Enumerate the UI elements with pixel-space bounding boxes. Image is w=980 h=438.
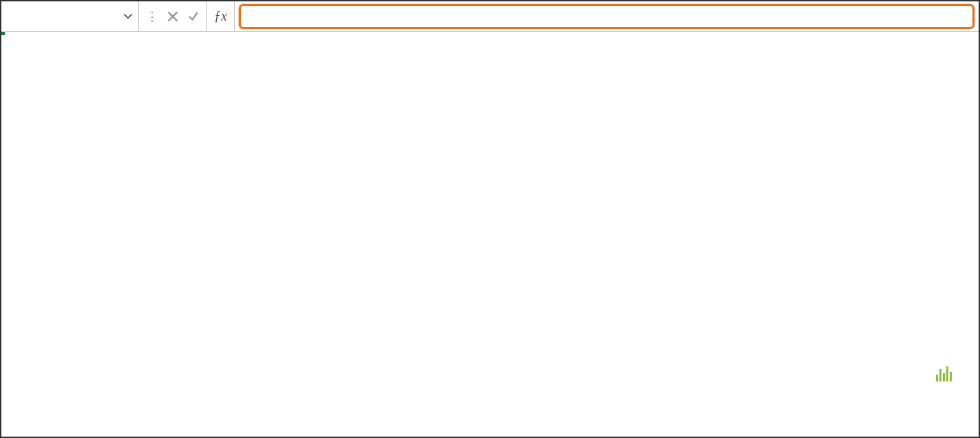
watermark-icon [935, 364, 952, 382]
chevron-down-icon[interactable] [123, 8, 133, 24]
spill-range-border [1, 32, 3, 33]
name-box[interactable] [1, 1, 139, 31]
fill-handle[interactable] [1, 31, 6, 36]
formula-bar: ⋮ ƒx [1, 1, 979, 32]
criteria-box-border [1, 32, 3, 33]
formula-input[interactable] [239, 4, 974, 29]
annotation-arrow [1, 32, 980, 438]
cancel-icon[interactable] [162, 6, 183, 27]
dots-icon[interactable]: ⋮ [142, 6, 162, 27]
enter-icon[interactable] [183, 6, 204, 27]
watermark [935, 364, 958, 382]
formula-bar-buttons: ⋮ [139, 1, 207, 31]
fx-icon[interactable]: ƒx [207, 1, 235, 31]
active-cell-indicator [1, 32, 4, 34]
